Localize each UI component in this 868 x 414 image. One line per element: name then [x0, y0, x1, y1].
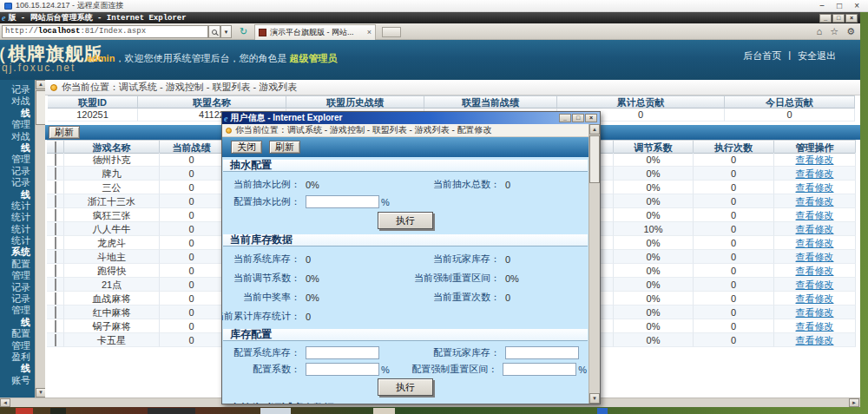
sidebar-item[interactable]: 记录: [0, 282, 35, 293]
row-checkbox[interactable]: [55, 251, 56, 263]
sidebar-item[interactable]: 盈利: [0, 352, 35, 363]
sidebar-item[interactable]: 系统: [0, 246, 35, 258]
scrollbar-thumb[interactable]: [589, 135, 600, 183]
nav-logout-link[interactable]: 安全退出: [798, 49, 836, 62]
sidebar-item[interactable]: 统计: [0, 235, 35, 246]
game-coef: 0%: [614, 181, 694, 194]
view-modify-link[interactable]: 查看修改: [796, 224, 834, 234]
scroll-down-icon[interactable]: ▼: [589, 393, 600, 404]
scroll-up-icon[interactable]: ▲: [589, 124, 600, 135]
sidebar-item[interactable]: 管理: [0, 340, 35, 352]
sidebar-item[interactable]: 对战: [0, 95, 35, 107]
rdp-close-button[interactable]: ×: [854, 1, 859, 10]
pump-ratio-input[interactable]: [306, 195, 379, 208]
row-checkbox[interactable]: [55, 320, 56, 332]
percent-sign: %: [578, 365, 587, 375]
view-modify-link[interactable]: 查看修改: [796, 293, 834, 304]
sidebar-item[interactable]: 线: [0, 363, 35, 374]
row-checkbox[interactable]: [55, 265, 56, 277]
dialog-minimize-button[interactable]: _: [559, 114, 571, 122]
row-checkbox-cell: [47, 306, 64, 319]
coef-input[interactable]: [306, 363, 379, 376]
row-checkbox[interactable]: [55, 181, 56, 194]
scroll-left-icon[interactable]: ◄: [0, 398, 10, 407]
ie-maximize-button[interactable]: □: [832, 14, 845, 23]
row-checkbox[interactable]: [55, 279, 56, 291]
browser-tab[interactable]: 演示平台旗舰版 - 网站... ×: [254, 24, 376, 40]
sidebar-item[interactable]: 对战: [0, 131, 35, 142]
row-checkbox[interactable]: [55, 334, 56, 346]
row-checkbox-cell: [47, 250, 64, 264]
row-checkbox[interactable]: [55, 306, 56, 319]
sidebar-item[interactable]: 配置: [0, 328, 35, 339]
view-modify-link[interactable]: 查看修改: [796, 279, 834, 290]
view-modify-link[interactable]: 查看修改: [796, 196, 834, 207]
sidebar-item[interactable]: 管理: [0, 305, 35, 316]
new-tab-button[interactable]: [382, 27, 401, 37]
sidebar-item[interactable]: 线: [0, 108, 35, 119]
row-checkbox[interactable]: [55, 223, 56, 235]
address-input[interactable]: http://localhost:81/Index.aspx: [2, 25, 208, 38]
sidebar-item[interactable]: 管理: [0, 270, 35, 281]
refresh-icon[interactable]: ↻: [240, 26, 247, 37]
sidebar-item[interactable]: 统计: [0, 224, 35, 235]
reset-range-input[interactable]: [503, 363, 576, 376]
sidebar-item[interactable]: 记录: [0, 166, 35, 177]
nav-backstage-home-link[interactable]: 后台首页: [743, 49, 781, 62]
favorites-star-icon[interactable]: ☆: [830, 26, 838, 37]
view-modify-link[interactable]: 查看修改: [796, 182, 834, 193]
rdp-maximize-button[interactable]: □: [837, 1, 842, 10]
home-icon[interactable]: ⌂: [817, 26, 823, 37]
sidebar-item[interactable]: 账号: [0, 375, 35, 386]
sidebar-item[interactable]: 记录: [0, 84, 35, 95]
system-inventory-input[interactable]: [306, 346, 379, 359]
dialog-close-button[interactable]: ×: [585, 114, 597, 122]
sidebar-scrollbar[interactable]: ▲ ▼: [35, 80, 45, 398]
view-modify-link[interactable]: 查看修改: [796, 210, 834, 220]
sidebar-item[interactable]: 线: [0, 189, 35, 200]
dialog-maximize-button[interactable]: □: [572, 114, 584, 122]
sidebar-item[interactable]: 统计: [0, 200, 35, 212]
row-checkbox[interactable]: [55, 209, 56, 221]
sidebar-item[interactable]: 线: [0, 142, 35, 154]
sidebar-item[interactable]: 统计: [0, 212, 35, 223]
breadcrumb-dot-icon: [226, 128, 232, 134]
tab-close-icon[interactable]: ×: [367, 29, 372, 36]
header-checkbox[interactable]: [55, 141, 56, 154]
dialog-refresh-button[interactable]: 刷新: [269, 141, 300, 154]
sidebar-item[interactable]: 记录: [0, 293, 35, 305]
game-score: 0: [160, 222, 224, 236]
ie-minimize-button[interactable]: _: [819, 14, 832, 23]
view-modify-link[interactable]: 查看修改: [796, 307, 834, 318]
view-modify-link[interactable]: 查看修改: [796, 252, 834, 262]
rdp-minimize-button[interactable]: −: [819, 1, 825, 10]
refresh-button[interactable]: 刷新: [49, 126, 80, 139]
view-modify-link[interactable]: 查看修改: [796, 335, 834, 345]
view-modify-link[interactable]: 查看修改: [796, 154, 834, 165]
row-checkbox[interactable]: [55, 154, 56, 166]
view-modify-link[interactable]: 查看修改: [796, 168, 834, 179]
execute-config-button[interactable]: 执行: [378, 378, 433, 396]
player-inventory-input[interactable]: [505, 346, 579, 359]
sidebar-item[interactable]: 管理: [0, 154, 35, 165]
view-modify-link[interactable]: 查看修改: [796, 321, 834, 332]
sidebar-item[interactable]: 配置: [0, 259, 35, 270]
scroll-right-icon[interactable]: ►: [849, 398, 859, 407]
dialog-scrollbar[interactable]: ▲ ▼: [589, 124, 600, 404]
dialog-close-page-button[interactable]: 关闭: [231, 141, 262, 154]
execute-pump-button[interactable]: 执行: [378, 212, 433, 229]
view-modify-link[interactable]: 查看修改: [796, 266, 834, 276]
sidebar-item[interactable]: 记录: [0, 177, 35, 188]
row-checkbox[interactable]: [55, 195, 56, 207]
sidebar-item[interactable]: 线: [0, 317, 35, 328]
view-modify-link[interactable]: 查看修改: [796, 238, 834, 248]
address-dropdown-button[interactable]: ▼: [220, 25, 232, 38]
row-checkbox[interactable]: [55, 168, 56, 180]
dialog-title-bar[interactable]: e 用户信息 - Internet Explorer _ □ ×: [222, 112, 600, 124]
search-icon[interactable]: [208, 25, 220, 38]
row-checkbox[interactable]: [55, 237, 56, 249]
sidebar-item[interactable]: 管理: [0, 119, 35, 130]
settings-gear-icon[interactable]: ⚙: [846, 26, 855, 37]
ie-close-button[interactable]: ×: [845, 14, 858, 23]
row-checkbox[interactable]: [55, 292, 56, 305]
